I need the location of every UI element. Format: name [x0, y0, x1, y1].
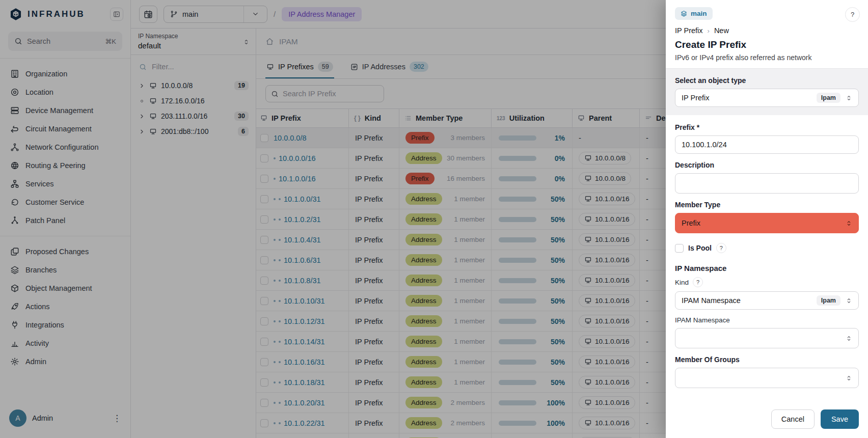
description-input[interactable]	[675, 173, 859, 194]
drawer-form: Prefix * Description Member Type Prefix …	[666, 115, 868, 402]
create-ip-prefix-drawer: main ? IP Prefix › New Create IP Prefix …	[666, 0, 868, 438]
updown-chevron-icon	[846, 95, 852, 101]
object-type-label: Select an object type	[675, 76, 859, 85]
member-type-value: Prefix	[682, 219, 700, 227]
branch-badge[interactable]: main	[675, 7, 713, 20]
updown-chevron-icon	[846, 220, 852, 227]
drawer-breadcrumb: IP Prefix › New	[675, 26, 859, 35]
kind-row: Kind ?	[675, 277, 859, 287]
namespace-kind-badge: Ipam	[817, 93, 840, 103]
drawer-footer: Cancel Save	[666, 402, 868, 438]
object-type-section: Select an object type IP Prefix Ipam	[666, 68, 868, 115]
updown-chevron-icon	[846, 297, 852, 304]
drawer-title: Create IP Prefix	[675, 39, 859, 50]
prefix-input[interactable]	[682, 141, 852, 149]
help-button[interactable]: ?	[845, 7, 860, 22]
save-button[interactable]: Save	[821, 409, 859, 429]
kind-label: Kind	[675, 279, 689, 286]
description-label: Description	[675, 161, 859, 169]
member-type-label: Member Type	[675, 201, 859, 209]
breadcrumb-new: New	[714, 26, 729, 35]
kind-value: IPAM Namespace	[682, 296, 741, 305]
branch-badge-label: main	[691, 10, 707, 17]
kind-help-button[interactable]: ?	[693, 277, 703, 287]
updown-chevron-icon	[846, 335, 852, 342]
is-pool-row: Is Pool ?	[675, 243, 859, 253]
member-of-groups-label: Member Of Groups	[675, 355, 859, 364]
is-pool-label: Is Pool	[688, 244, 712, 252]
prefix-label: Prefix *	[675, 123, 859, 131]
kind-select[interactable]: IPAM Namespace Ipam	[675, 291, 859, 310]
object-type-select[interactable]: IP Prefix Ipam	[675, 89, 859, 107]
ipam-namespace-select[interactable]	[675, 328, 859, 348]
member-type-select[interactable]: Prefix	[675, 213, 859, 233]
drawer-subtitle: IPv6 or IPv4 prefix also referred as net…	[675, 53, 859, 68]
object-type-value: IP Prefix	[682, 94, 710, 102]
layers-icon	[681, 10, 687, 17]
namespace-kind-badge: Ipam	[817, 295, 840, 306]
cancel-button[interactable]: Cancel	[771, 409, 815, 429]
drawer-header: main ? IP Prefix › New Create IP Prefix …	[666, 0, 868, 68]
ipam-namespace-label: IPAM Namespace	[675, 316, 859, 324]
member-of-groups-select[interactable]	[675, 368, 859, 388]
updown-chevron-icon	[846, 375, 852, 381]
is-pool-checkbox[interactable]	[675, 244, 684, 253]
breadcrumb-object[interactable]: IP Prefix	[675, 26, 703, 35]
chevron-right-icon: ›	[708, 27, 710, 35]
is-pool-help-button[interactable]: ?	[716, 243, 726, 253]
prefix-field	[675, 135, 859, 154]
ip-namespace-section-title: IP Namespace	[675, 264, 859, 272]
drawer-backdrop[interactable]	[0, 0, 666, 438]
